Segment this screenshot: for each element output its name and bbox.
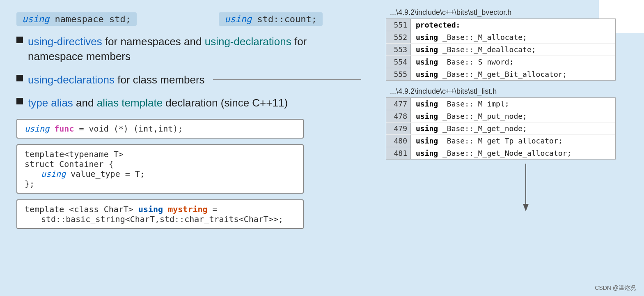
bullet3-middle: and bbox=[73, 97, 97, 109]
bullet3-end: declaration (since C++11) bbox=[163, 97, 288, 109]
code1-rest: = void (*) (int,int); bbox=[74, 124, 183, 134]
bullet-item-3: type alias and alias template declaratio… bbox=[16, 95, 361, 110]
code-box-count: using std::count; bbox=[219, 12, 323, 26]
code2-line3: using value_type = T; bbox=[25, 169, 296, 179]
link-using-declarations-2: using-declarations bbox=[28, 74, 115, 86]
table-row: 552 using _Base::_M_allocate; bbox=[386, 31, 615, 44]
protected-keyword: protected: bbox=[416, 21, 460, 29]
table-row: 477 using _Base::_M_impl; bbox=[386, 98, 615, 110]
top-code-row: using namespace std; using std::count; bbox=[16, 12, 361, 26]
line-num-477: 477 bbox=[386, 98, 411, 110]
using-kw-478: using bbox=[416, 112, 438, 120]
line-content-553: using _Base::_M_deallocate; bbox=[411, 44, 541, 56]
using-kw-552: using bbox=[416, 33, 438, 42]
link-using-declarations-1: using-declarations bbox=[205, 35, 291, 48]
watermark: CSDN @温迩况 bbox=[595, 284, 636, 292]
line-num-478: 478 bbox=[386, 110, 411, 122]
bullet-square-3 bbox=[16, 98, 23, 104]
line-content-481: using _Base::_M_get_Node_allocator; bbox=[411, 147, 576, 159]
code-box-namespace: using namespace std; bbox=[16, 12, 137, 26]
arrow-head bbox=[523, 204, 529, 211]
line-num-555: 555 bbox=[386, 68, 411, 80]
line-num-554: 554 bbox=[386, 56, 411, 68]
code2-line4: }; bbox=[25, 179, 296, 189]
arrow-line bbox=[525, 164, 526, 205]
code2-line2: struct Container { bbox=[25, 159, 296, 169]
line-content-477: using _Base::_M_impl; bbox=[411, 98, 514, 110]
bullet-square-2 bbox=[16, 75, 23, 81]
horizontal-divider bbox=[213, 79, 361, 80]
line-content-554: using _Base::_S_nword; bbox=[411, 56, 518, 68]
using-kw-555: using bbox=[416, 70, 438, 79]
table-row: 551 protected: bbox=[386, 19, 615, 31]
table-row: 555 using _Base::_M_get_Bit_allocator; bbox=[386, 68, 615, 80]
arrow-container bbox=[386, 164, 644, 217]
code1-funcname: func bbox=[54, 124, 74, 134]
using-kw-554: using bbox=[416, 58, 438, 66]
bullet-text-1: using-directives for namespaces and usin… bbox=[28, 34, 361, 64]
link-type-alias: type alias bbox=[28, 97, 73, 109]
bullet-text-2: using-declarations for class members bbox=[28, 72, 205, 87]
right-content: ...\4.9.2\include\c++\bits\stl_bvector.h… bbox=[378, 8, 644, 217]
table-row: 479 using _Base::_M_get_node; bbox=[386, 123, 615, 135]
line-num-480: 480 bbox=[386, 135, 411, 147]
keyword-using-1: using bbox=[22, 14, 49, 24]
code3-keyword: using bbox=[138, 204, 163, 214]
table-row: 481 using _Base::_M_get_Node_allocator; bbox=[386, 147, 615, 159]
bullet2-end: for class members bbox=[115, 74, 205, 86]
bullet-item-1: using-directives for namespaces and usin… bbox=[16, 34, 361, 64]
keyword-using-2: using bbox=[225, 14, 252, 24]
line-num-552: 552 bbox=[386, 31, 411, 43]
using-kw-553: using bbox=[416, 45, 438, 54]
file2-label: ...\4.9.2\include\c++\bits\stl_list.h bbox=[386, 87, 644, 96]
bullet-item-2: using-declarations for class members bbox=[16, 72, 361, 87]
line-num-479: 479 bbox=[386, 123, 411, 134]
line-num-551: 551 bbox=[386, 19, 411, 31]
code-namespace-rest: namespace std; bbox=[49, 14, 131, 24]
code-table-1: 551 protected: 552 using _Base::_M_alloc… bbox=[386, 18, 616, 81]
bullet-text-3: type alias and alias template declaratio… bbox=[28, 95, 288, 110]
link-alias-template: alias template bbox=[97, 97, 163, 109]
using-kw-477: using bbox=[416, 99, 438, 108]
table-row: 478 using _Base::_M_put_node; bbox=[386, 110, 615, 123]
using-kw-481: using bbox=[416, 149, 438, 157]
bullet-square-1 bbox=[16, 37, 23, 43]
table-row: 480 using _Base::_M_get_Tp_allocator; bbox=[386, 135, 615, 147]
line-content-479: using _Base::_M_get_node; bbox=[411, 123, 532, 134]
code-count-rest: std::count; bbox=[252, 14, 317, 24]
using-kw-480: using bbox=[416, 136, 438, 145]
line-content-478: using _Base::_M_put_node; bbox=[411, 110, 532, 122]
line-content-552: using _Base::_M_allocate; bbox=[411, 31, 532, 43]
code3-line1: template <class CharT> using mystring = bbox=[25, 204, 296, 214]
code1-keyword: using bbox=[25, 124, 49, 134]
line-num-481: 481 bbox=[386, 147, 411, 159]
code3-mystring: mystring bbox=[168, 204, 207, 214]
table-row: 554 using _Base::_S_nword; bbox=[386, 56, 615, 68]
code-block-1: using func = void (*) (int,int); bbox=[16, 119, 304, 139]
using-kw-479: using bbox=[416, 124, 438, 133]
code-block-2: template<typename T> struct Container { … bbox=[16, 144, 304, 194]
code-table-2: 477 using _Base::_M_impl; 478 using _Bas… bbox=[386, 97, 616, 160]
line-num-553: 553 bbox=[386, 44, 411, 56]
left-panel: using namespace std; using std::count; u… bbox=[0, 0, 378, 296]
line-content-555: using _Base::_M_get_Bit_allocator; bbox=[411, 68, 572, 80]
main-container: using namespace std; using std::count; u… bbox=[0, 0, 644, 296]
line-content-480: using _Base::_M_get_Tp_allocator; bbox=[411, 135, 568, 147]
file1-label: ...\4.9.2\include\c++\bits\stl_bvector.h bbox=[386, 8, 644, 17]
link-using-directives: using-directives bbox=[28, 35, 102, 48]
table-row: 553 using _Base::_M_deallocate; bbox=[386, 44, 615, 56]
right-panel: ...\4.9.2\include\c++\bits\stl_bvector.h… bbox=[378, 0, 644, 296]
code2-keyword: using bbox=[41, 169, 66, 179]
code2-line1: template<typename T> bbox=[25, 149, 296, 159]
line-content-551: protected: bbox=[411, 19, 465, 31]
code3-line2: std::basic_string<CharT,std::char_traits… bbox=[25, 214, 296, 224]
bullet1-middle: for namespaces and bbox=[102, 35, 205, 48]
code-block-3: template <class CharT> using mystring = … bbox=[16, 199, 304, 229]
